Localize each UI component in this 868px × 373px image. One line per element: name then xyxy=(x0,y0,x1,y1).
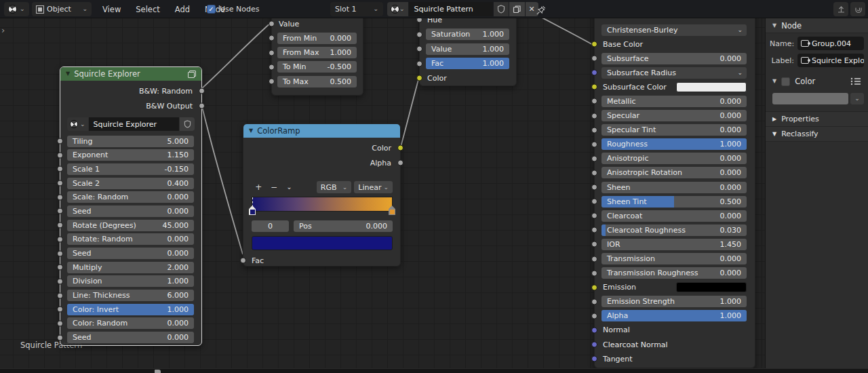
sidebar-toggle-arrow[interactable]: › xyxy=(1,25,5,35)
collapse-triangle-icon[interactable]: ▼ xyxy=(66,71,70,77)
add-stop-button[interactable]: + xyxy=(252,182,266,192)
node-row[interactable]: To Max 0.500 ⌄ xyxy=(272,75,363,87)
snap-button[interactable] xyxy=(850,2,865,16)
node-row[interactable]: Anisotropic 0.000 ⌄ xyxy=(595,153,755,165)
input-socket[interactable] xyxy=(240,258,246,264)
menu-item[interactable]: Add xyxy=(167,5,197,14)
color-mode-dropdown[interactable]: RGB ⌄ xyxy=(317,181,352,193)
input-socket[interactable] xyxy=(269,79,275,85)
node-row[interactable]: Scale: Random 0.000 ⌄ xyxy=(60,191,201,203)
row-widget[interactable]: Color: Random 0.000 ⌄ xyxy=(67,317,194,329)
node-row[interactable]: Subsurface Radius ⌄ xyxy=(595,66,755,79)
editor-type-dropdown[interactable]: ⌄ xyxy=(4,2,29,16)
row-widget[interactable]: Rotate (Degrees) 45.000 ⌄ xyxy=(67,220,194,231)
input-socket[interactable] xyxy=(269,50,275,56)
row-widget[interactable]: From Max 1.000 ⌄ xyxy=(277,47,357,58)
menu-item[interactable]: View xyxy=(95,5,128,14)
stop-index-field[interactable]: 0 xyxy=(252,220,289,232)
node-row[interactable]: Specular 0.000 ⌄ xyxy=(595,110,755,122)
node-row[interactable]: Anisotropic Rotation 0.000 ⌄ xyxy=(595,167,755,179)
row-widget[interactable]: Line: Thickness 6.000 ⌄ xyxy=(67,290,194,301)
row-widget[interactable]: Specular 0.000 ⌄ xyxy=(601,110,747,121)
row-widget[interactable]: Color: Invert 1.000 ⌄ xyxy=(67,304,194,315)
node-panel-header[interactable]: ▼ Node xyxy=(766,18,868,33)
menu-item[interactable]: Select xyxy=(128,5,167,14)
node-squircle-explorer[interactable]: ▼ Squircle Explorer B&W: Random B&W Outp… xyxy=(60,66,202,346)
node-row[interactable]: Specular Tint 0.000 ⌄ xyxy=(595,124,755,136)
input-socket[interactable] xyxy=(591,56,597,62)
input-socket[interactable] xyxy=(57,307,63,313)
node-row[interactable]: Clearcoat Roughness 0.030 ⌄ xyxy=(595,224,755,236)
input-socket[interactable] xyxy=(416,75,422,81)
input-socket[interactable] xyxy=(591,41,597,47)
input-socket[interactable] xyxy=(416,18,422,23)
input-socket[interactable] xyxy=(591,284,597,290)
node-colorramp[interactable]: ▼ ColorRamp Color Alpha + − ⌄ RGB xyxy=(243,123,401,267)
input-socket[interactable] xyxy=(591,170,597,176)
input-socket[interactable] xyxy=(591,155,597,161)
link-colorramp-to-hsv[interactable] xyxy=(401,77,419,146)
node-row[interactable]: Division 1.000 ⌄ xyxy=(60,275,201,288)
colorramp-gradient[interactable] xyxy=(252,197,393,212)
collapse-triangle-icon[interactable]: ▼ xyxy=(249,128,253,134)
node-label-field[interactable]: Squircle Explor... xyxy=(797,54,864,67)
input-socket[interactable] xyxy=(591,256,597,262)
row-widget[interactable]: Clearcoat Roughness 0.030 ⌄ xyxy=(601,224,747,236)
row-widget[interactable]: Subsurface Radius ⌄ xyxy=(601,67,747,79)
gradient-stop-handle[interactable] xyxy=(249,205,256,215)
node-row[interactable]: Emission Strength 1.000 ⌄ xyxy=(595,296,755,308)
input-socket[interactable] xyxy=(416,60,422,66)
node-row[interactable]: IOR 1.450 ⌄ xyxy=(595,238,755,250)
node-row[interactable]: Roughness 1.000 ⌄ xyxy=(595,138,755,151)
node-map-range[interactable]: Value ⌄ From Min 0.000 ⌄ xyxy=(271,18,363,96)
row-widget[interactable]: Base Color ⌄ xyxy=(601,39,747,50)
row-widget[interactable]: Value 1.000 ⌄ xyxy=(426,43,509,55)
node-row[interactable]: Clearcoat Normal ⌄ xyxy=(595,338,755,351)
input-socket[interactable] xyxy=(57,194,63,200)
row-widget[interactable]: Scale: Random 0.000 ⌄ xyxy=(67,191,194,203)
node-canvas[interactable]: › Value ⌄ xyxy=(0,18,765,368)
input-socket[interactable] xyxy=(591,227,597,233)
input-socket[interactable] xyxy=(57,264,63,271)
row-widget[interactable]: Seed 0.000 ⌄ xyxy=(67,205,194,217)
row-widget[interactable]: To Min -0.500 ⌄ xyxy=(277,61,357,73)
link-hsv-to-basecolor[interactable] xyxy=(515,18,594,45)
gradient-stop-handle[interactable] xyxy=(389,205,395,215)
node-row[interactable]: Rotate: Random 0.000 ⌄ xyxy=(60,233,201,246)
input-socket[interactable] xyxy=(57,334,63,340)
reclassify-panel-header[interactable]: ▼ Reclassify xyxy=(766,127,868,142)
node-color-swatch[interactable] xyxy=(772,93,848,104)
node-row[interactable]: Transmission Roughness 0.000 ⌄ xyxy=(595,267,755,279)
row-widget[interactable]: Alpha 1.000 ⌄ xyxy=(601,310,747,321)
node-principled-bsdf[interactable]: Christensen-Burley ⌄ Base Color ⌄ xyxy=(594,18,755,368)
input-socket[interactable] xyxy=(591,241,597,248)
input-socket[interactable] xyxy=(591,98,597,104)
input-socket[interactable] xyxy=(269,64,275,70)
node-row[interactable]: Exponent 1.150 ⌄ xyxy=(60,149,201,161)
row-widget[interactable]: Rotate: Random 0.000 ⌄ xyxy=(67,233,194,245)
input-socket[interactable] xyxy=(57,152,63,158)
input-socket[interactable] xyxy=(591,327,597,333)
input-socket[interactable] xyxy=(591,313,597,319)
row-widget[interactable]: Normal ⌄ xyxy=(601,324,747,336)
link-bw-random-to-value[interactable] xyxy=(201,22,271,89)
input-socket[interactable] xyxy=(57,278,63,284)
node-header[interactable]: ▼ Squircle Explorer xyxy=(60,67,201,81)
node-row[interactable]: Color: Random 0.000 ⌄ xyxy=(60,317,201,330)
node-row[interactable]: Value 1.000 ⌄ xyxy=(420,43,516,55)
input-socket[interactable] xyxy=(269,35,275,41)
row-widget[interactable]: Metallic 0.000 ⌄ xyxy=(601,96,747,107)
row-widget[interactable]: Transmission 0.000 ⌄ xyxy=(601,253,747,264)
row-widget[interactable]: IOR 1.450 ⌄ xyxy=(601,239,747,250)
row-widget[interactable]: Scale 1 -0.150 ⌄ xyxy=(67,163,194,175)
input-socket[interactable] xyxy=(269,21,275,27)
node-row[interactable]: Rotate (Degrees) 45.000 ⌄ xyxy=(60,219,201,231)
node-row[interactable]: Clearcoat 0.000 ⌄ xyxy=(595,210,755,222)
input-socket[interactable] xyxy=(416,31,422,37)
row-widget[interactable]: Tangent ⌄ xyxy=(601,353,747,365)
node-row[interactable]: Fac 1.000 ⌄ xyxy=(420,58,516,70)
material-browse-dropdown[interactable]: ⌄ xyxy=(387,2,408,16)
color-swatch[interactable] xyxy=(676,282,747,292)
node-name-field[interactable]: Group.004 xyxy=(797,37,864,50)
row-widget[interactable]: Saturation 1.000 ⌄ xyxy=(426,28,509,40)
